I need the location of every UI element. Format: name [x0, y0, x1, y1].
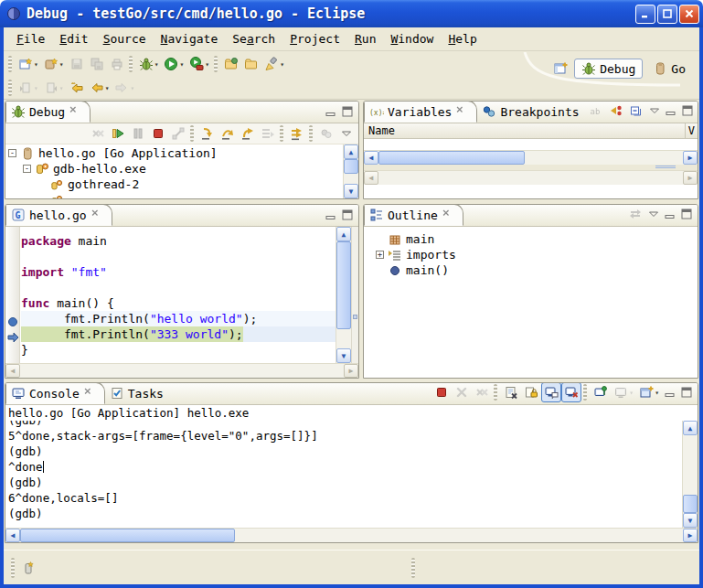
outline-node-imports[interactable]: +imports: [373, 247, 698, 262]
step-into-button[interactable]: [197, 124, 218, 143]
fast-view-button[interactable]: [18, 558, 38, 578]
scrollbar-thumb[interactable]: [344, 159, 358, 174]
debug-node-gothread-2[interactable]: gothread-2: [5, 176, 343, 192]
menu-project[interactable]: Project: [282, 30, 347, 48]
scroll-right-button[interactable]: ▶: [683, 529, 698, 542]
minimize-view-button[interactable]: [323, 104, 339, 119]
debug-node-hello-go-go-application-[interactable]: -hello.go [Go Application]: [5, 145, 343, 161]
search-button[interactable]: ▾: [261, 54, 287, 74]
perspective-debug[interactable]: Debug: [574, 59, 643, 79]
clear-console-button[interactable]: [501, 382, 521, 402]
maximize-view-button[interactable]: [679, 103, 696, 118]
close-tab-icon[interactable]: [69, 104, 83, 119]
statusbar-grip[interactable]: [411, 558, 415, 578]
menu-help[interactable]: Help: [441, 30, 484, 48]
new-wizard-dropdown[interactable]: ▾: [34, 60, 38, 69]
view-menu-button[interactable]: [645, 207, 662, 221]
menu-run[interactable]: Run: [347, 30, 383, 48]
maximize-view-button[interactable]: [678, 207, 695, 221]
view-menu-button[interactable]: [336, 124, 357, 143]
console-output[interactable]: (gdb) 5^done,stack-args=[frame={level="0…: [5, 421, 682, 528]
debug-button[interactable]: ▾: [136, 54, 162, 74]
statusbar-grip[interactable]: [11, 558, 15, 578]
variables-tree[interactable]: [364, 139, 698, 150]
tab-hello-go[interactable]: G hello.go: [5, 204, 112, 226]
scroll-up-button[interactable]: ▲: [336, 227, 351, 241]
tab-console[interactable]: Console: [5, 382, 105, 404]
debug-vscrollbar[interactable]: ▲ ▼: [343, 144, 358, 198]
new-go-element-dropdown[interactable]: ▾: [59, 60, 64, 69]
breakpoint-icon[interactable]: [7, 314, 18, 325]
step-over-button[interactable]: [218, 124, 238, 143]
debug-node[interactable]: [5, 192, 343, 198]
editor-vscrollbar[interactable]: ▲ ▼: [336, 227, 351, 363]
show-logical-structure-button[interactable]: [606, 101, 626, 121]
code-editor[interactable]: package mainimport "fmt"func main() { fm…: [5, 227, 336, 363]
tab-breakpoints[interactable]: Breakpoints: [477, 101, 585, 123]
maximize-view-button[interactable]: [678, 385, 695, 400]
tab-variables[interactable]: (x)= Variables: [364, 101, 477, 123]
variables-hscrollbar[interactable]: ◀ ▶: [364, 150, 698, 165]
step-return-button[interactable]: [238, 124, 258, 143]
menu-source[interactable]: Source: [96, 30, 154, 48]
collapse-all-button[interactable]: [626, 101, 646, 121]
pin-console-button[interactable]: [591, 382, 611, 402]
tree-expander[interactable]: -: [8, 149, 16, 157]
minimize-view-button[interactable]: [323, 208, 339, 222]
open-type-button[interactable]: [221, 54, 241, 74]
instruction-pointer-icon[interactable]: [7, 329, 18, 340]
outline-node-main[interactable]: main: [373, 231, 698, 247]
maximize-view-button[interactable]: [339, 208, 356, 222]
new-go-element-button[interactable]: ▾: [41, 54, 67, 74]
open-resource-button[interactable]: [241, 54, 261, 74]
view-menu-button[interactable]: [646, 103, 663, 118]
close-tab-icon[interactable]: [83, 386, 98, 401]
open-console-button[interactable]: ▾: [636, 382, 662, 402]
open-console-dropdown[interactable]: ▾: [655, 389, 659, 397]
close-tab-icon[interactable]: [91, 208, 105, 222]
maximize-view-button[interactable]: [339, 104, 356, 119]
show-stderr-changes-button[interactable]: [561, 382, 581, 402]
last-edit-location-button[interactable]: [67, 78, 87, 98]
menu-file[interactable]: File: [9, 30, 52, 48]
scroll-down-button[interactable]: ▼: [336, 348, 351, 363]
console-vscrollbar[interactable]: ▲ ▼: [682, 421, 698, 528]
minimize-view-button[interactable]: [662, 385, 678, 400]
minimize-button[interactable]: [635, 5, 655, 24]
minimize-view-button[interactable]: [663, 103, 679, 118]
use-step-filters-button[interactable]: [287, 124, 307, 143]
back-dropdown[interactable]: ▾: [105, 84, 110, 92]
tree-expander[interactable]: +: [376, 251, 384, 259]
menu-search[interactable]: Search: [225, 30, 282, 48]
show-stdout-changes-button[interactable]: [541, 382, 561, 402]
column-name-header[interactable]: Name: [368, 124, 395, 137]
perspective-go[interactable]: Go: [646, 59, 692, 78]
breakpoint-ruler[interactable]: [5, 227, 20, 363]
run-button[interactable]: ▾: [161, 54, 186, 74]
tab-debug[interactable]: Debug: [5, 101, 91, 123]
scroll-down-button[interactable]: ▼: [683, 513, 698, 528]
scroll-lock-button[interactable]: [521, 382, 541, 402]
console-hscrollbar[interactable]: ◀ ▶: [5, 528, 698, 542]
run-external-tools-dropdown[interactable]: ▾: [205, 60, 209, 69]
minimize-view-button[interactable]: [662, 207, 678, 221]
close-tab-icon[interactable]: [442, 208, 456, 222]
back-button[interactable]: ▾: [87, 78, 112, 98]
resume-button[interactable]: [108, 124, 128, 143]
overview-ruler[interactable]: [351, 227, 358, 363]
maximize-button[interactable]: [657, 5, 677, 24]
open-perspective-button[interactable]: [550, 59, 570, 79]
debug-node-gdb-hello-exe[interactable]: -gdb-hello.exe: [5, 161, 343, 176]
scrollbar-thumb[interactable]: [378, 151, 525, 165]
scroll-up-button[interactable]: ▲: [344, 144, 358, 159]
menu-edit[interactable]: Edit: [52, 30, 95, 48]
close-button[interactable]: [679, 5, 699, 24]
scroll-left-button[interactable]: ◀: [5, 529, 20, 542]
outline-node-main-[interactable]: main(): [373, 262, 698, 278]
scroll-up-button[interactable]: ▲: [683, 421, 698, 435]
terminate-button[interactable]: [148, 124, 168, 143]
run-external-tools-button[interactable]: ▾: [186, 54, 212, 74]
tree-expander[interactable]: -: [23, 165, 31, 173]
new-wizard-button[interactable]: ▾: [16, 54, 41, 74]
scroll-left-button[interactable]: ◀: [364, 151, 378, 165]
